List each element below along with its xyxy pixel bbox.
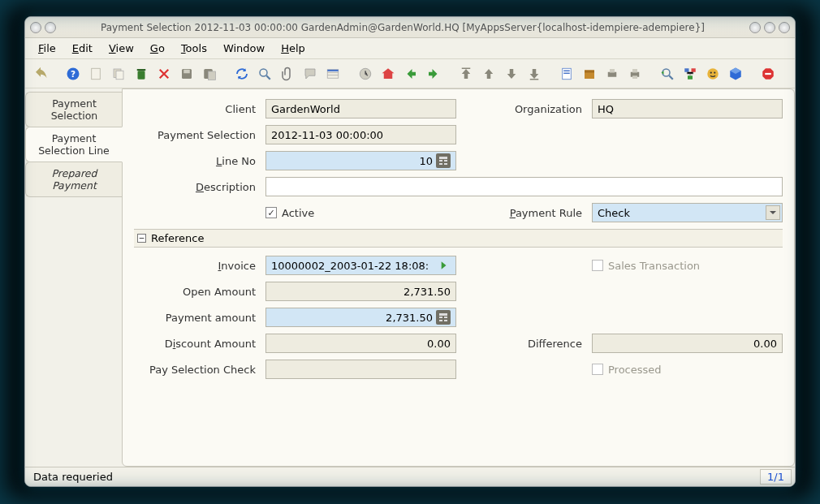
tab-prepared-payment[interactable]: Prepared Payment — [25, 162, 123, 197]
line-no-value: 10 — [419, 155, 433, 167]
tab-payment-selection-line[interactable]: Payment Selection Line — [25, 127, 123, 162]
checkbox-sales-transaction: Sales Transaction — [592, 260, 783, 272]
print-icon[interactable] — [624, 63, 645, 84]
window-close-button[interactable] — [779, 22, 790, 33]
checkbox-icon — [592, 260, 603, 271]
copy-icon[interactable] — [108, 63, 129, 84]
zoom-across-icon[interactable] — [657, 63, 678, 84]
end-window-icon[interactable] — [757, 63, 779, 84]
field-payment-selection: 2012-11-03 00:00:00 — [265, 125, 456, 144]
save-icon[interactable] — [176, 63, 197, 84]
delete-selection-icon[interactable] — [153, 63, 175, 84]
nav-back-icon[interactable] — [400, 63, 421, 84]
status-message: Data requeried — [28, 471, 760, 483]
svg-rect-21 — [563, 70, 570, 71]
chevron-down-icon[interactable] — [766, 205, 780, 220]
field-payment-rule[interactable]: Check — [592, 203, 783, 222]
menu-window[interactable]: Window — [217, 41, 271, 56]
window-minimize-button[interactable] — [749, 22, 761, 33]
new-icon[interactable] — [85, 63, 106, 84]
field-open-amount: 2,731.50 — [265, 282, 456, 301]
attachment-icon[interactable] — [277, 63, 298, 84]
window-title: Payment Selection 2012-11-03 00:00:00 Ga… — [56, 22, 749, 33]
window-sticky-button[interactable] — [45, 22, 56, 33]
form-panel: Client GardenWorld Organization HQ Payme… — [122, 88, 795, 467]
section-reference[interactable]: − Reference — [134, 229, 783, 248]
history-icon[interactable] — [355, 63, 376, 84]
product-info-icon[interactable] — [725, 63, 746, 84]
chat-icon[interactable] — [300, 63, 321, 84]
menu-tools[interactable]: Tools — [175, 41, 214, 56]
calculator-icon[interactable] — [436, 153, 451, 168]
arrow-right-icon[interactable] — [436, 258, 451, 273]
refresh-icon[interactable] — [231, 63, 252, 84]
svg-rect-16 — [327, 69, 339, 71]
svg-text:?: ? — [71, 68, 76, 78]
undo-icon[interactable] — [30, 63, 51, 84]
field-line-no[interactable]: 10 — [265, 151, 456, 170]
payment-amount-value: 2,731.50 — [386, 312, 433, 324]
last-record-icon[interactable] — [524, 63, 545, 84]
save-create-icon[interactable] — [199, 63, 220, 84]
svg-line-12 — [266, 75, 270, 80]
collapse-icon[interactable]: − — [137, 234, 146, 243]
label-processed: Processed — [608, 364, 662, 376]
field-payment-amount[interactable]: 2,731.50 — [265, 308, 456, 327]
menubar: File Edit View Go Tools Window Help — [25, 38, 795, 59]
requests-icon[interactable] — [702, 63, 723, 84]
checkbox-active[interactable]: Active — [265, 207, 456, 219]
menu-go[interactable]: Go — [144, 41, 171, 56]
tab-strip: Payment Selection Payment Selection Line… — [25, 88, 123, 467]
svg-rect-22 — [563, 72, 570, 74]
home-icon[interactable] — [378, 63, 399, 84]
workflow-icon[interactable] — [680, 63, 701, 84]
field-invoice[interactable]: 10000002_2003-01-22 18:08: — [265, 256, 456, 275]
field-difference: 0.00 — [592, 334, 783, 353]
svg-rect-8 — [183, 69, 190, 73]
window-maximize-button[interactable] — [764, 22, 775, 33]
grid-toggle-icon[interactable] — [322, 63, 343, 84]
report-icon[interactable] — [556, 63, 577, 84]
description-input[interactable] — [271, 181, 777, 193]
archive-icon[interactable] — [579, 63, 600, 84]
svg-rect-4 — [116, 71, 123, 80]
checkbox-processed: Processed — [592, 364, 783, 376]
delete-icon[interactable] — [131, 63, 152, 84]
label-payment-selection: Payment Selection — [134, 129, 256, 141]
menu-file[interactable]: File — [32, 41, 63, 56]
help-icon[interactable]: ? — [63, 63, 84, 84]
menu-view[interactable]: View — [102, 41, 140, 56]
tab-payment-selection[interactable]: Payment Selection — [25, 92, 123, 127]
svg-rect-39 — [765, 72, 771, 74]
statusbar: Data requeried 1/1 — [25, 467, 795, 486]
invoice-value: 10000002_2003-01-22 18:08: — [271, 260, 433, 272]
titlebar: Payment Selection 2012-11-03 00:00:00 Ga… — [25, 17, 795, 38]
parent-record-icon[interactable] — [455, 63, 477, 84]
label-organization: Organization — [493, 103, 582, 115]
label-pay-selection-check: Pay Selection Check — [134, 364, 256, 376]
menu-help[interactable]: Help — [274, 41, 312, 56]
detail-record-icon[interactable] — [478, 63, 499, 84]
calculator-icon[interactable] — [436, 310, 451, 325]
print-preview-icon[interactable] — [602, 63, 623, 84]
label-client: Client — [134, 103, 256, 115]
nav-forward-icon[interactable] — [423, 63, 444, 84]
label-payment-rule: Payment Rule — [493, 207, 582, 219]
svg-rect-34 — [688, 75, 693, 80]
svg-point-35 — [707, 68, 719, 80]
find-icon[interactable] — [254, 63, 275, 84]
label-open-amount: Open Amount — [134, 286, 256, 298]
check-icon[interactable] — [265, 207, 277, 218]
body: Payment Selection Payment Selection Line… — [25, 88, 795, 467]
svg-rect-28 — [632, 69, 637, 73]
menu-edit[interactable]: Edit — [66, 41, 99, 56]
window-menu-button[interactable] — [30, 22, 41, 33]
toolbar: ? — [25, 59, 795, 88]
svg-rect-26 — [610, 69, 615, 73]
svg-point-11 — [260, 69, 267, 76]
label-discount-amount: Discount Amount — [134, 338, 256, 350]
field-pay-selection-check — [265, 360, 456, 379]
app-window: Payment Selection 2012-11-03 00:00:00 Ga… — [24, 16, 796, 487]
field-description[interactable] — [265, 177, 783, 196]
first-record-icon[interactable] — [501, 63, 522, 84]
